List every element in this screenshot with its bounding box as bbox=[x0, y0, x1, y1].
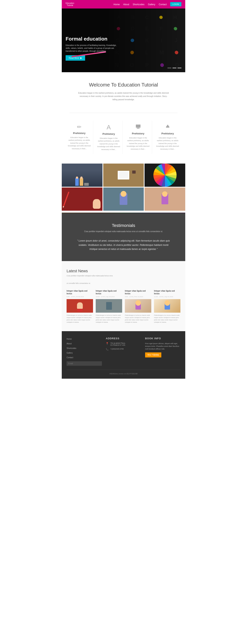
svg-rect-3 bbox=[166, 127, 169, 128]
writing-girl-art bbox=[162, 194, 168, 204]
brand-name: Education bbox=[66, 2, 74, 4]
hero-title: Formal education bbox=[66, 36, 120, 42]
nav-gallery[interactable]: Gallery bbox=[148, 3, 155, 6]
hero-section: A B C H D E F G K I J K L M N O P Q bbox=[62, 8, 185, 72]
news-image-1 bbox=[96, 299, 122, 313]
footer: Home About Shortcodes Gallery Contact AD… bbox=[62, 331, 185, 379]
address-item-2: 📞 +1(00)2345-6789 bbox=[106, 348, 141, 351]
latest-news-section: Latest News Cras porttitor imperdiet vol… bbox=[62, 261, 185, 331]
nav-shortcodes[interactable]: Shortcodes bbox=[133, 3, 145, 6]
news-text-1: Pellentesque ut urna eu mauris sode risq… bbox=[96, 314, 122, 324]
feature-item-3: Prehistory Education began in the earlie… bbox=[154, 121, 182, 154]
nav-about[interactable]: About bbox=[123, 3, 129, 6]
footer-gallery[interactable]: Gallery bbox=[67, 352, 73, 354]
gallery-item-6[interactable] bbox=[145, 188, 185, 211]
testimonials-subtitle: Cras porttitor imperdiet volutpat nulla … bbox=[69, 230, 178, 233]
address-line1: 754 gt globel Place, bbox=[110, 342, 125, 344]
feature-title-1: Prehistory bbox=[97, 132, 121, 135]
login-button[interactable]: LOGIN bbox=[170, 2, 181, 6]
news-title-1: Integer vitae ligula sed lectus bbox=[96, 290, 122, 295]
gallery-item-1[interactable] bbox=[62, 164, 102, 187]
welcome-section: Welcome To Education Tutorial Education … bbox=[62, 72, 185, 107]
feature-text-3: Education began in the earliest prehisto… bbox=[156, 136, 180, 150]
dot-3[interactable] bbox=[178, 68, 181, 68]
feature-icon-2 bbox=[126, 124, 150, 130]
testimonials-title: Testimonials bbox=[69, 223, 178, 228]
feature-item-1: A Prehistory Education began in the earl… bbox=[95, 121, 123, 154]
gallery-section bbox=[62, 164, 185, 211]
news-grid: Integer vitae ligula sed lectus 8:00 - 1… bbox=[67, 290, 180, 324]
feature-item-0: ✏ Prehistory Education began in the earl… bbox=[66, 121, 93, 154]
footer-nav-list: Home About Shortcodes Gallery Contact bbox=[67, 337, 102, 359]
feature-icon-0: ✏ bbox=[67, 124, 91, 130]
news-title: Latest News bbox=[67, 269, 180, 273]
pencil-radial bbox=[153, 164, 177, 187]
footer-copyright: 内容来自bbs.xienlao.com充分不觉觉含量 bbox=[67, 370, 180, 375]
news-date-1: 10:00 - 12:00 | sep 26,2015 bbox=[96, 296, 122, 298]
feature-text-0: Education began in the earliest prehisto… bbox=[67, 136, 91, 150]
news-text-0: Pellentesque ut urna eu mauris sode risq… bbox=[67, 314, 93, 324]
email-input[interactable] bbox=[67, 361, 102, 366]
hero-text: Education is the process of facilitating… bbox=[66, 44, 120, 52]
features-section: ✏ Prehistory Education began in the earl… bbox=[62, 119, 185, 162]
news-item-1: Integer vitae ligula sed lectus 10:00 - … bbox=[96, 290, 122, 324]
news-date-0: 8:00 - 10:00 | 30.08.2015 bbox=[67, 296, 93, 298]
nav-links: Home About Shortcodes Gallery Contact LO… bbox=[113, 2, 181, 6]
nav-home[interactable]: Home bbox=[113, 3, 120, 6]
svg-rect-2 bbox=[137, 128, 140, 128]
brand-subtitle: Tutorial bbox=[66, 4, 74, 6]
kid-1 bbox=[75, 178, 79, 186]
news-date-3: 11:00 - 10:00 | July 02,2015 bbox=[154, 296, 180, 298]
dot-2[interactable] bbox=[173, 68, 176, 68]
testimonials-quote: " Lorem ipsum dolor sit amet, consectetu… bbox=[75, 239, 172, 252]
location-icon: 📍 bbox=[106, 342, 109, 345]
footer-book-col: BOOK INFO Pron eget ipsum ultrices, aliq… bbox=[145, 337, 180, 366]
footer-address-col: ADDRESS 📍 754 gt globel Place, CD Road,M… bbox=[106, 337, 141, 366]
news-title-3: Integer vitae ligula sed lectus bbox=[154, 290, 180, 295]
news-image-3 bbox=[154, 299, 180, 313]
hero-content: Formal education Education is the proces… bbox=[66, 36, 120, 61]
footer-home[interactable]: Home bbox=[67, 338, 72, 340]
news-item-0: Integer vitae ligula sed lectus 8:00 - 1… bbox=[67, 290, 93, 324]
brand-logo: Education Tutorial bbox=[66, 2, 74, 6]
address-item-1: 📍 754 gt globel Place, CD Road,M 07 435. bbox=[106, 342, 141, 346]
news-text-2: Pellentesque ut urna eu mauris sode risq… bbox=[125, 314, 151, 324]
news-image-2 bbox=[125, 299, 151, 313]
red-pencil-art bbox=[63, 192, 69, 206]
section-divider bbox=[69, 113, 178, 113]
footer-shortcodes[interactable]: Shortcodes bbox=[67, 347, 76, 349]
book-art bbox=[118, 171, 129, 180]
dot-1[interactable] bbox=[168, 68, 171, 68]
news-text-3: Pellentesque ut ur na eu mauris sode ris… bbox=[154, 314, 180, 324]
gallery-item-5[interactable] bbox=[103, 188, 144, 211]
news-title-0: Integer vitae ligula sed lectus bbox=[67, 290, 93, 295]
news-title-2: Integer vitae ligula sed lectus bbox=[125, 290, 151, 295]
coffee-art bbox=[132, 170, 136, 174]
phone-text: +1(00)2345-6789 bbox=[110, 348, 123, 350]
feature-icon-3 bbox=[156, 124, 180, 130]
footer-contact[interactable]: Contact bbox=[67, 356, 73, 358]
gallery-item-2[interactable] bbox=[103, 164, 144, 187]
news-image-0 bbox=[67, 299, 93, 313]
download-button[interactable]: 明往下载模板 bbox=[145, 352, 161, 358]
feature-title-3: Prehistory bbox=[156, 132, 180, 135]
footer-about[interactable]: About bbox=[67, 342, 72, 345]
navbar: Education Tutorial Home About Shortcodes… bbox=[62, 0, 185, 8]
feature-text-2: Education began in the earliest prehisto… bbox=[126, 136, 150, 150]
address-text: 754 gt globel Place, CD Road,M 07 435. bbox=[110, 342, 126, 346]
news-subtitle-1: Cras porttitor imperdiet volutpat nulla … bbox=[67, 274, 180, 277]
news-item-3: Integer vitae ligula sed lectus 11:00 - … bbox=[154, 290, 180, 324]
arrow-icon: ▶ bbox=[80, 56, 82, 59]
news-item-2: Integer vitae ligula sed lectus 9:00 - 1… bbox=[125, 290, 151, 324]
copyright-text: 内容来自bbs.xienlao.com充分不觉觉含量 bbox=[109, 373, 138, 374]
testimonials-content: Testimonials Cras porttitor imperdiet vo… bbox=[62, 214, 185, 261]
feature-title-2: Prehistory bbox=[126, 132, 150, 135]
reading-kid-art bbox=[120, 193, 127, 205]
gallery-item-4[interactable] bbox=[62, 188, 102, 211]
svg-rect-0 bbox=[136, 124, 140, 128]
nav-contact[interactable]: Contact bbox=[159, 3, 167, 6]
news-date-2: 9:00 - 12:00 | Feb 23,2015 bbox=[125, 296, 151, 298]
feature-title-0: Prehistory bbox=[67, 132, 91, 134]
gallery-item-3[interactable] bbox=[145, 164, 185, 187]
kid-2 bbox=[80, 178, 83, 186]
